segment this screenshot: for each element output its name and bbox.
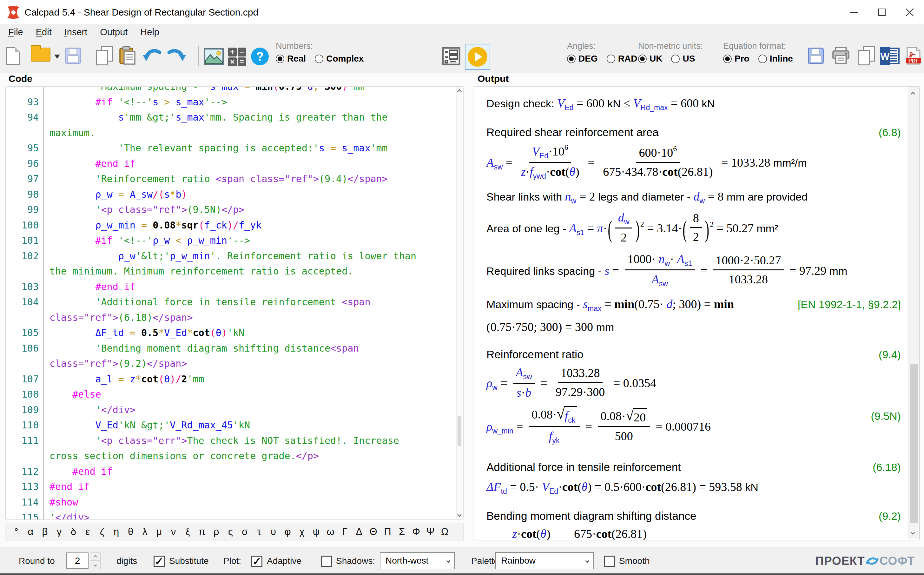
radio-complex[interactable]: Complex [315, 54, 364, 64]
greek-symbol-button[interactable]: τ [252, 526, 266, 538]
greek-symbol-button[interactable]: χ [295, 526, 309, 538]
menu-insert[interactable]: Insert [64, 27, 87, 37]
code-editor[interactable]: 'Maximum spacing - 's_max = min(0.75*d; … [5, 86, 464, 520]
greek-symbol-button[interactable]: Γ [338, 526, 352, 538]
greek-symbol-button[interactable]: δ [66, 526, 81, 538]
code-line[interactable]: 99 '<p class="ref">(9.5N)</p> [6, 202, 456, 218]
stepper-up-button[interactable] [90, 553, 101, 561]
radio-inline[interactable]: Inline [758, 54, 793, 64]
greek-symbol-button[interactable]: ρ [209, 526, 223, 538]
greek-symbol-button[interactable]: ζ [95, 526, 109, 538]
code-line[interactable]: 106 'Bending moment diagram shifting dis… [6, 341, 456, 372]
greek-symbol-button[interactable]: η [109, 526, 124, 538]
greek-symbol-button[interactable]: ς [223, 526, 238, 538]
undo-button[interactable] [142, 47, 163, 67]
greek-symbol-button[interactable]: ω [323, 526, 338, 538]
stepper-down-button[interactable] [90, 561, 101, 569]
radio-real[interactable]: Real [276, 54, 306, 64]
close-button[interactable] [896, 0, 924, 24]
code-line[interactable]: 107 a_l = z*cot(θ)/2'mm [6, 372, 456, 387]
print-button[interactable] [832, 47, 850, 67]
greek-symbol-button[interactable]: ξ [181, 526, 195, 538]
maximize-button[interactable] [868, 0, 896, 24]
radio-pro[interactable]: Pro [723, 54, 749, 64]
paste-button[interactable] [119, 46, 136, 66]
export-word-button[interactable]: W [880, 47, 900, 66]
greek-symbol-button[interactable]: ν [166, 526, 181, 538]
copy-output-button[interactable] [858, 46, 875, 65]
radio-uk[interactable]: UK [638, 54, 662, 64]
greek-symbol-button[interactable]: υ [266, 526, 281, 538]
plot-direction-select[interactable]: North-west [380, 552, 455, 569]
code-line[interactable]: 'Maximum spacing - 's_max = min(0.75*d; … [6, 87, 456, 95]
substitute-checkbox[interactable]: ✓ [154, 556, 165, 567]
code-line[interactable]: 109 '</div> [6, 402, 456, 418]
copy-button[interactable] [96, 46, 113, 65]
greek-symbol-button[interactable]: ψ [309, 526, 323, 538]
insert-image-button[interactable] [204, 48, 224, 66]
greek-symbol-button[interactable]: ε [81, 526, 95, 538]
input-form-button[interactable] [442, 47, 460, 67]
output-scrollbar[interactable] [908, 87, 919, 539]
greek-symbol-button[interactable]: α [24, 526, 38, 538]
greek-symbol-button[interactable]: π [195, 526, 209, 538]
code-lines[interactable]: 'Maximum spacing - 's_max = min(0.75*d; … [6, 87, 456, 519]
redo-button[interactable] [166, 47, 187, 67]
code-line[interactable]: 93 #if '<!--'s > s_max'--> [6, 95, 456, 110]
radio-rad[interactable]: RAD [607, 54, 637, 64]
greek-symbol-button[interactable]: β [38, 526, 52, 538]
save-button[interactable] [65, 48, 81, 64]
code-scrollbar-thumb[interactable] [457, 416, 461, 446]
greek-symbol-button[interactable]: θ [124, 526, 138, 538]
greek-symbol-button[interactable]: Π [381, 526, 395, 538]
adaptive-checkbox[interactable]: ✓ [251, 556, 262, 567]
calculator-button[interactable]: +−×= [228, 48, 246, 65]
code-line[interactable]: 110 V_Ed'kN &gt;'V_Rd_max_45'kN [6, 418, 456, 433]
code-line[interactable]: 112 #end if [6, 464, 456, 480]
code-line[interactable]: 98 ρ_w = A_sw/(s*b) [6, 187, 456, 202]
output-scrollbar-thumb[interactable] [910, 364, 918, 523]
code-line[interactable]: 97 'Reinforcement ratio <span class="ref… [6, 172, 456, 187]
palette-select[interactable]: Rainbow [495, 552, 594, 569]
greek-symbol-button[interactable]: μ [152, 526, 166, 538]
export-pdf-button[interactable]: PDF [905, 47, 922, 66]
scroll-down-icon[interactable] [457, 513, 462, 517]
greek-symbol-button[interactable]: Ψ [423, 526, 438, 538]
greek-symbol-button[interactable]: φ [281, 526, 295, 538]
scroll-down-icon[interactable] [911, 530, 915, 535]
code-line[interactable]: 114#show [6, 495, 456, 510]
menu-output[interactable]: Output [100, 27, 127, 37]
radio-deg[interactable]: DEG [567, 54, 598, 64]
code-line[interactable]: 108 #else [6, 387, 456, 402]
code-line[interactable]: 96 #end if [6, 156, 456, 172]
code-line[interactable]: 100 ρ_w_min = 0.08*sqr(f_ck)/f_yk [6, 218, 456, 233]
greek-symbol-button[interactable]: ° [9, 526, 24, 538]
greek-symbol-button[interactable]: γ [52, 526, 66, 538]
code-line[interactable]: 94 s'mm &gt;'s_max'mm. Spacing is greate… [6, 110, 456, 141]
code-scrollbar[interactable] [456, 87, 462, 519]
greek-symbol-button[interactable]: Θ [366, 526, 381, 538]
minimize-button[interactable] [840, 0, 868, 24]
greek-symbol-button[interactable]: Ω [438, 526, 452, 538]
code-line[interactable]: 113#end if [6, 479, 456, 495]
round-to-input[interactable]: 2 [66, 553, 89, 569]
scroll-up-icon[interactable] [457, 89, 462, 94]
greek-symbol-button[interactable]: λ [138, 526, 152, 538]
code-line[interactable]: 101 #if '<!--'ρ_w < ρ_w_min'--> [6, 233, 456, 248]
radio-us[interactable]: US [671, 54, 695, 64]
open-file-button[interactable] [31, 44, 51, 62]
greek-symbol-button[interactable]: Φ [409, 526, 423, 538]
greek-symbol-button[interactable]: σ [238, 526, 252, 538]
menu-help[interactable]: Help [140, 27, 159, 37]
code-line[interactable]: 111 '<p class="err">The check is NOT sat… [6, 433, 456, 464]
round-to-stepper[interactable] [90, 553, 101, 569]
open-dropdown-button[interactable] [54, 55, 60, 59]
code-line[interactable]: 102 ρ_w'&lt;'ρ_w_min'. Reinforcement rat… [6, 248, 456, 279]
code-line[interactable]: 115'</div> [6, 510, 456, 519]
greek-symbol-button[interactable]: Δ [352, 526, 366, 538]
code-line[interactable]: 104 'Additional force in tensile reinfor… [6, 294, 456, 325]
menu-edit[interactable]: Edit [36, 27, 52, 37]
menu-file[interactable]: File [8, 27, 23, 37]
greek-symbol-button[interactable]: Σ [395, 526, 409, 538]
help-button[interactable]: ? [251, 48, 269, 65]
